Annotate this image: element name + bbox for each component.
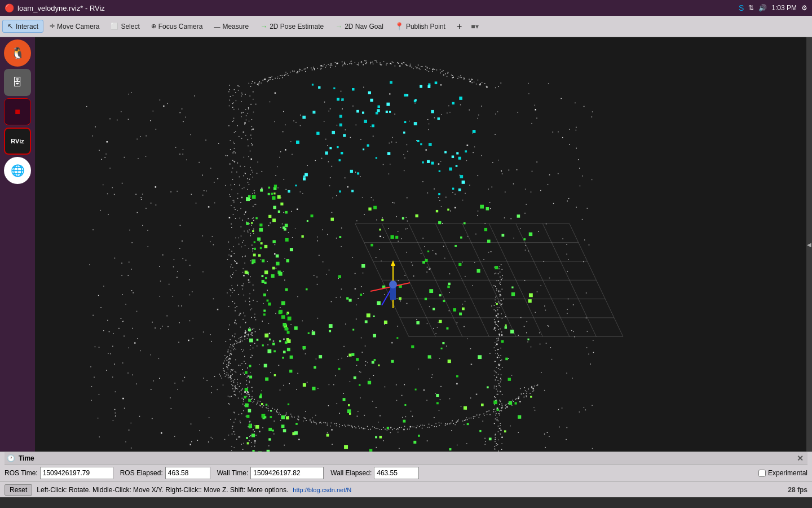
url-display: http://blog.csdn.net/N — [293, 487, 351, 493]
settings-icon: ⚙ — [801, 4, 807, 12]
files-icon: 🗄 — [12, 77, 23, 89]
interact-button[interactable]: ↖ Interact — [2, 20, 43, 33]
wall-time-label: Wall Time: — [217, 469, 249, 477]
select-button[interactable]: ⬜ Select — [105, 20, 144, 33]
point-icon: 📍 — [395, 22, 404, 30]
window-title: loam_velodyne.rviz* - RViz — [17, 4, 105, 12]
ros-time-input[interactable] — [40, 467, 113, 479]
publish-point-button[interactable]: 📍 Publish Point — [390, 20, 451, 33]
pose-label: 2D Pose Estimate — [270, 23, 324, 30]
rviz-small-icon: 🔴 — [5, 3, 14, 12]
ros-time-group: ROS Time: — [5, 467, 113, 479]
pose-estimate-button[interactable]: → 2D Pose Estimate — [255, 20, 329, 33]
titlebar: 🔴 loam_velodyne.rviz* - RViz S ⇅ 🔊 1:03 … — [0, 0, 812, 16]
volume-icon: 🔊 — [758, 4, 767, 12]
move-icon: ✛ — [50, 23, 55, 30]
point-cloud-canvas — [35, 37, 812, 452]
3d-viewport[interactable]: ◀ — [35, 37, 812, 452]
ros-elapsed-group: ROS Elapsed: — [120, 467, 210, 479]
dock-chrome[interactable]: 🌐 — [4, 157, 31, 184]
right-panel-handle[interactable]: ◀ — [806, 37, 812, 452]
select-icon: ⬜ — [111, 23, 118, 30]
add-icon: + — [457, 21, 462, 32]
experimental-label: Experimental — [768, 469, 807, 477]
network-icon: ⇅ — [748, 4, 754, 12]
toolbar-dropdown-button[interactable]: ■▾ — [468, 20, 481, 33]
focus-camera-label: Focus Camera — [158, 23, 203, 30]
ros-elapsed-input[interactable] — [165, 467, 210, 479]
nav-icon: → — [335, 22, 342, 30]
handle-chevron: ◀ — [807, 242, 811, 248]
dock-terminal[interactable]: ■ — [4, 98, 31, 125]
add-button[interactable]: + — [452, 19, 467, 34]
interact-label: Interact — [16, 23, 38, 30]
dropdown-arrow: ■▾ — [471, 23, 478, 30]
wall-time-group: Wall Time: — [217, 467, 324, 479]
main-area: 🐧 🗄 ■ RViz 🌐 ◀ — [0, 37, 812, 452]
chrome-icon: 🌐 — [11, 164, 25, 177]
select-label: Select — [121, 23, 139, 30]
nav-label: 2D Nav Goal — [345, 23, 383, 30]
wall-time-input[interactable] — [250, 467, 324, 479]
experimental-group: Experimental — [758, 469, 807, 477]
focus-icon: ⊕ — [151, 23, 156, 30]
dock-files[interactable]: 🗄 — [4, 69, 31, 96]
status-text: Left-Click: Rotate. Middle-Click: Move X… — [37, 486, 288, 494]
wall-elapsed-group: Wall Elapsed: — [330, 467, 419, 479]
titlebar-right: S ⇅ 🔊 1:03 PM ⚙ — [739, 3, 807, 12]
cursor-icon: ↖ — [7, 22, 14, 30]
move-camera-label: Move Camera — [57, 23, 99, 30]
nav-goal-button[interactable]: → 2D Nav Goal — [330, 20, 389, 33]
move-camera-button[interactable]: ✛ Move Camera — [45, 20, 104, 33]
ros-time-label: ROS Time: — [5, 469, 38, 477]
time-panel-close[interactable]: ✕ — [795, 453, 805, 463]
rviz-icon: RViz — [11, 138, 24, 144]
publish-label: Publish Point — [406, 23, 445, 30]
measure-label: Measure — [222, 23, 249, 30]
ros-elapsed-label: ROS Elapsed: — [120, 469, 163, 477]
clock: 1:03 PM — [771, 4, 797, 12]
clock-icon: 🕐 — [7, 454, 15, 462]
experimental-checkbox[interactable] — [758, 470, 766, 477]
titlebar-left: 🔴 loam_velodyne.rviz* - RViz — [5, 3, 105, 12]
reset-button[interactable]: Reset — [5, 484, 32, 496]
toolbar: ↖ Interact ✛ Move Camera ⬜ Select ⊕ Focu… — [0, 16, 812, 37]
wall-elapsed-input[interactable] — [374, 467, 419, 479]
terminal-icon: ■ — [15, 107, 20, 117]
dock-rviz[interactable]: RViz — [4, 128, 31, 155]
skype-icon: S — [739, 3, 744, 12]
dock: 🐧 🗄 ■ RViz 🌐 — [0, 37, 35, 452]
pose-icon: → — [260, 22, 267, 30]
measure-button[interactable]: — Measure — [209, 20, 254, 33]
focus-camera-button[interactable]: ⊕ Focus Camera — [146, 20, 208, 33]
statusbar: Reset Left-Click: Rotate. Middle-Click: … — [0, 481, 812, 497]
ubuntu-icon: 🐧 — [11, 46, 25, 60]
dock-ubuntu[interactable]: 🐧 — [4, 40, 31, 67]
time-fields: ROS Time: ROS Elapsed: Wall Time: Wall E… — [5, 465, 807, 481]
time-header: 🕐 Time ✕ — [5, 452, 807, 465]
time-panel-title: Time — [19, 454, 34, 462]
measure-icon: — — [214, 23, 220, 30]
fps-display: 28 fps — [788, 486, 807, 494]
time-panel: 🕐 Time ✕ ROS Time: ROS Elapsed: Wall Tim… — [0, 452, 812, 481]
wall-elapsed-label: Wall Elapsed: — [330, 469, 372, 477]
